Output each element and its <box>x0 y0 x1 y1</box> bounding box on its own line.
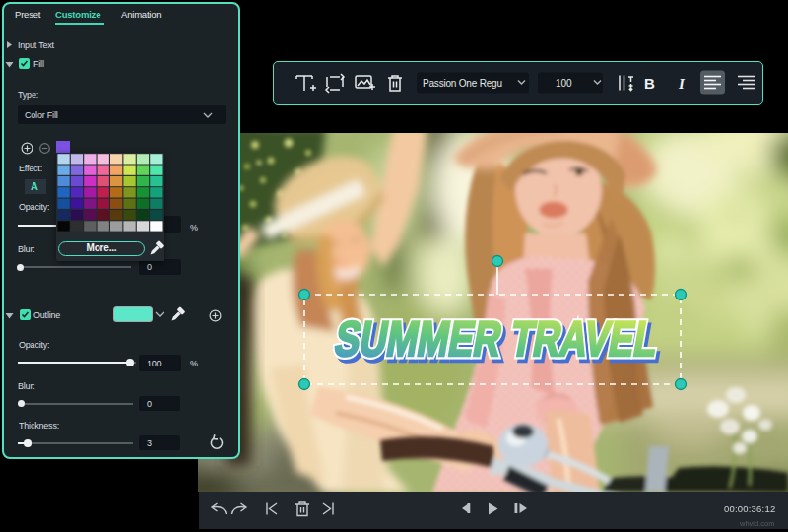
svg-text:whvid.com: whvid.com <box>739 519 774 528</box>
svg-text:I: I <box>678 76 686 92</box>
svg-text:00:00:36:12: 00:00:36:12 <box>724 503 775 514</box>
svg-text:Passion One Regu: Passion One Regu <box>423 78 502 89</box>
svg-text:100: 100 <box>556 78 572 89</box>
svg-text:SUMMER TRAVEL: SUMMER TRAVEL <box>331 311 662 366</box>
svg-text:B: B <box>644 75 655 92</box>
